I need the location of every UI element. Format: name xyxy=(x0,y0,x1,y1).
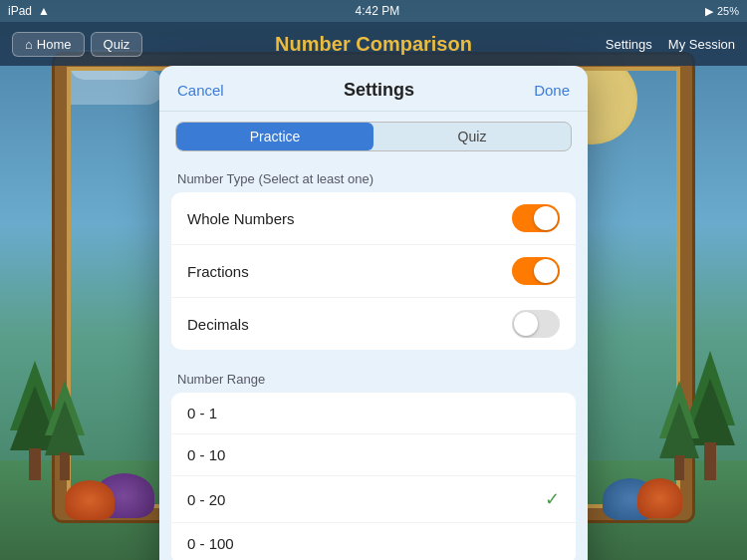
range-0-100-row[interactable]: 0 - 100 xyxy=(171,523,576,560)
number-range-label: Number Range xyxy=(159,362,588,393)
carrier-label: iPad xyxy=(8,4,32,18)
range-0-20-row[interactable]: 0 - 20 ✓ xyxy=(171,476,576,523)
cancel-button[interactable]: Cancel xyxy=(177,82,224,99)
tree-left-2 xyxy=(45,381,85,480)
orange-bush-left xyxy=(65,480,115,520)
modal-title: Settings xyxy=(344,80,414,101)
nav-bar: ⌂ Home Quiz Number Comparison Settings M… xyxy=(0,22,747,66)
settings-nav-button[interactable]: Settings xyxy=(606,37,652,52)
whole-numbers-row[interactable]: Whole Numbers xyxy=(171,192,576,245)
range-0-10-row[interactable]: 0 - 10 xyxy=(171,434,576,476)
range-0-10-label: 0 - 10 xyxy=(187,446,560,463)
range-0-20-checkmark: ✓ xyxy=(545,488,560,510)
number-type-label: Number Type (Select at least one) xyxy=(159,161,588,192)
tree-right-2 xyxy=(659,381,699,480)
settings-modal: Cancel Settings Done Practice Quiz Numbe… xyxy=(159,66,588,560)
quiz-label: Quiz xyxy=(104,37,130,52)
svg-rect-11 xyxy=(674,455,684,480)
modal-header: Cancel Settings Done xyxy=(159,66,588,112)
range-0-20-label: 0 - 20 xyxy=(187,491,545,508)
time-label: 4:42 PM xyxy=(356,4,400,18)
nav-left: ⌂ Home Quiz xyxy=(12,32,142,57)
orange-bush-right xyxy=(637,478,682,518)
quiz-tab[interactable]: Quiz xyxy=(374,123,571,150)
fractions-toggle-knob xyxy=(534,259,558,283)
quiz-button[interactable]: Quiz xyxy=(91,32,143,57)
signal-icon: ▶ xyxy=(705,5,713,18)
nav-title: Number Comparison xyxy=(275,33,472,56)
whole-numbers-label: Whole Numbers xyxy=(187,210,295,227)
range-0-1-row[interactable]: 0 - 1 xyxy=(171,393,576,434)
fractions-label: Fractions xyxy=(187,263,249,280)
mode-segmented-control[interactable]: Practice Quiz xyxy=(175,122,572,151)
svg-rect-8 xyxy=(704,442,716,480)
svg-rect-5 xyxy=(60,452,70,480)
battery-label: 25% xyxy=(717,5,739,17)
status-left: iPad ▲ xyxy=(8,4,50,18)
home-icon: ⌂ xyxy=(25,37,33,52)
decimals-toggle-knob xyxy=(514,312,538,336)
fractions-toggle[interactable] xyxy=(512,257,560,285)
number-range-card: 0 - 1 0 - 10 0 - 20 ✓ 0 - 100 xyxy=(171,393,576,560)
status-bar: iPad ▲ 4:42 PM ▶ 25% xyxy=(0,0,747,22)
number-type-card: Whole Numbers Fractions Decimals xyxy=(171,192,576,350)
done-button[interactable]: Done xyxy=(534,82,570,99)
whole-numbers-toggle-knob xyxy=(534,206,558,230)
wifi-icon: ▲ xyxy=(38,4,50,18)
nav-right: Settings My Session xyxy=(606,37,735,52)
decimals-row[interactable]: Decimals xyxy=(171,298,576,350)
decimals-toggle[interactable] xyxy=(512,310,560,338)
decimals-label: Decimals xyxy=(187,316,249,333)
range-0-1-label: 0 - 1 xyxy=(187,405,560,421)
home-label: Home xyxy=(37,37,72,52)
status-right: ▶ 25% xyxy=(705,5,739,18)
practice-tab[interactable]: Practice xyxy=(176,123,374,150)
whole-numbers-toggle[interactable] xyxy=(512,204,560,232)
fractions-row[interactable]: Fractions xyxy=(171,245,576,298)
home-button[interactable]: ⌂ Home xyxy=(12,32,85,57)
range-0-100-label: 0 - 100 xyxy=(187,535,560,552)
my-session-button[interactable]: My Session xyxy=(668,37,735,52)
svg-rect-2 xyxy=(29,448,41,480)
